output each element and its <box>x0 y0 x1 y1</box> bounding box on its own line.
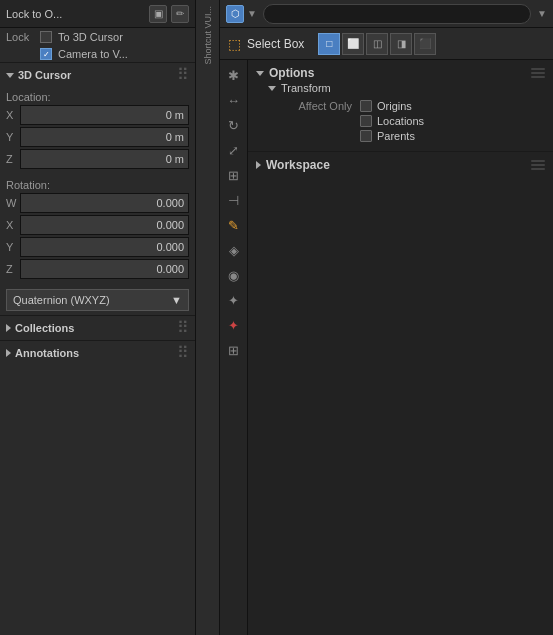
locations-label: Locations <box>377 115 424 127</box>
rx-axis-label: X <box>6 219 20 231</box>
viewport-icon[interactable]: ▣ <box>149 5 167 23</box>
right-panel: ⬡ ▼ ▼ ⬚ Select Box □ ⬜ ◫ ◨ ⬛ ✱ ↔ ↻ <box>220 0 553 635</box>
header-right-dropdown[interactable]: ▼ <box>537 8 547 19</box>
camera-to-v-checkbox[interactable] <box>40 48 52 60</box>
to-3d-cursor-label: To 3D Cursor <box>58 31 123 43</box>
parents-row: Parents <box>280 130 545 142</box>
rotation-w-input[interactable] <box>20 193 189 213</box>
rotation-mode-label: Quaternion (WXYZ) <box>13 294 110 306</box>
options-label: Options <box>269 66 314 80</box>
options-block: Options Transform Affect Only <box>248 60 553 151</box>
select-tool-bar: ⬚ Select Box □ ⬜ ◫ ◨ ⬛ <box>220 28 553 60</box>
origins-row: Affect Only Origins <box>280 100 545 112</box>
options-drag-handle <box>531 68 545 78</box>
right-main: ✱ ↔ ↻ ⤢ ⊞ ⊣ ✎ ◈ ◉ ✦ ✦ ⊞ Options <box>220 60 553 635</box>
extra5-icon[interactable]: ⊞ <box>223 339 245 361</box>
side-icon-bar: ✱ ↔ ↻ ⤢ ⊞ ⊣ ✎ ◈ ◉ ✦ ✦ ⊞ <box>220 60 248 635</box>
lock-row: Lock To 3D Cursor <box>0 28 195 46</box>
location-y-input[interactable] <box>20 127 189 147</box>
annotate-icon[interactable]: ✎ <box>223 214 245 236</box>
collections-drag-handle: ⠿ <box>177 320 189 336</box>
rotation-w-row: W <box>6 193 189 213</box>
workspace-title-row[interactable]: Workspace <box>256 158 545 172</box>
options-title-row[interactable]: Options <box>256 66 545 80</box>
y-axis-label: Y <box>6 131 20 143</box>
options-content: Options Transform Affect Only <box>248 60 553 635</box>
annotations-label: Annotations <box>15 347 79 359</box>
pencil-icon[interactable]: ✏ <box>171 5 189 23</box>
header-icon-group: ⬡ ▼ <box>226 5 257 23</box>
shortcut-vui-tab[interactable]: Shortcut VUI... <box>203 0 213 71</box>
location-y-row: Y <box>6 127 189 147</box>
parents-checkbox[interactable] <box>360 130 372 142</box>
mode-btn-2[interactable]: ⬜ <box>342 33 364 55</box>
rotation-y-row: Y <box>6 237 189 257</box>
workspace-block: Workspace <box>248 151 553 178</box>
options-collapse-icon <box>256 71 264 76</box>
rotation-x-row: X <box>6 215 189 235</box>
workspace-label: Workspace <box>266 158 330 172</box>
rz-axis-label: Z <box>6 263 20 275</box>
3d-cursor-collapse-icon <box>6 73 14 78</box>
rotation-mode-dropdown[interactable]: Quaternion (WXYZ) ▼ <box>6 289 189 311</box>
x-axis-label: X <box>6 109 20 121</box>
collections-label: Collections <box>15 322 74 334</box>
parents-value: Parents <box>360 130 415 142</box>
select-cursor-icon: ⬚ <box>228 36 241 52</box>
cursor-icon[interactable]: ✱ <box>223 64 245 86</box>
move-icon[interactable]: ↔ <box>223 89 245 111</box>
search-bar[interactable] <box>263 4 531 24</box>
ry-axis-label: Y <box>6 241 20 253</box>
affect-only-grid: Affect Only Origins Locations <box>256 100 545 142</box>
rotation-group: Rotation: W X Y Z <box>0 175 195 285</box>
workspace-collapse-icon <box>256 161 261 169</box>
viewport-toggle-icon[interactable]: ⬡ <box>226 5 244 23</box>
mode-btn-box[interactable]: □ <box>318 33 340 55</box>
app-container: Lock to O... ▣ ✏ Lock To 3D Cursor Camer… <box>0 0 553 635</box>
annotations-section-header[interactable]: Annotations ⠿ <box>0 340 195 365</box>
measure-icon[interactable]: ⊣ <box>223 189 245 211</box>
3d-cursor-section-header[interactable]: 3D Cursor ⠿ <box>0 62 195 87</box>
mode-btn-4[interactable]: ◨ <box>390 33 412 55</box>
extra3-icon[interactable]: ✦ <box>223 289 245 311</box>
rotation-x-input[interactable] <box>20 215 189 235</box>
origins-checkbox[interactable] <box>360 100 372 112</box>
scale-icon[interactable]: ⤢ <box>223 139 245 161</box>
mode-button-group: □ ⬜ ◫ ◨ ⬛ <box>318 33 436 55</box>
camera-to-v-row: Camera to V... <box>0 46 195 62</box>
mode-btn-5[interactable]: ⬛ <box>414 33 436 55</box>
location-z-input[interactable] <box>20 149 189 169</box>
location-z-row: Z <box>6 149 189 169</box>
3d-cursor-label: 3D Cursor <box>18 69 71 81</box>
locations-value: Locations <box>360 115 424 127</box>
transform-title-row[interactable]: Transform <box>256 82 545 94</box>
rotation-z-row: Z <box>6 259 189 279</box>
right-header: ⬡ ▼ ▼ <box>220 0 553 28</box>
annotations-drag-handle: ⠿ <box>177 345 189 361</box>
extra1-icon[interactable]: ◈ <box>223 239 245 261</box>
collections-section-header[interactable]: Collections ⠿ <box>0 315 195 340</box>
select-box-label: Select Box <box>247 37 304 51</box>
mode-btn-3[interactable]: ◫ <box>366 33 388 55</box>
transform-collapse-icon <box>268 86 276 91</box>
rotation-z-input[interactable] <box>20 259 189 279</box>
camera-to-v-label: Camera to V... <box>58 48 128 60</box>
rotation-y-input[interactable] <box>20 237 189 257</box>
left-panel: Lock to O... ▣ ✏ Lock To 3D Cursor Camer… <box>0 0 195 635</box>
extra2-icon[interactable]: ◉ <box>223 264 245 286</box>
location-label: Location: <box>6 91 189 103</box>
locations-checkbox[interactable] <box>360 115 372 127</box>
location-x-input[interactable] <box>20 105 189 125</box>
header-title: Lock to O... <box>6 8 62 20</box>
left-panel-header: Lock to O... ▣ ✏ <box>0 0 195 28</box>
rotate-icon[interactable]: ↻ <box>223 114 245 136</box>
parents-label: Parents <box>377 130 415 142</box>
header-dropdown-icon[interactable]: ▼ <box>247 8 257 19</box>
to-3d-cursor-checkbox[interactable] <box>40 31 52 43</box>
collections-collapse-icon <box>6 324 11 332</box>
header-icons: ▣ ✏ <box>149 5 189 23</box>
origins-value: Origins <box>360 100 412 112</box>
transform-icon[interactable]: ⊞ <box>223 164 245 186</box>
locations-row: Locations <box>280 115 545 127</box>
extra4-icon[interactable]: ✦ <box>223 314 245 336</box>
